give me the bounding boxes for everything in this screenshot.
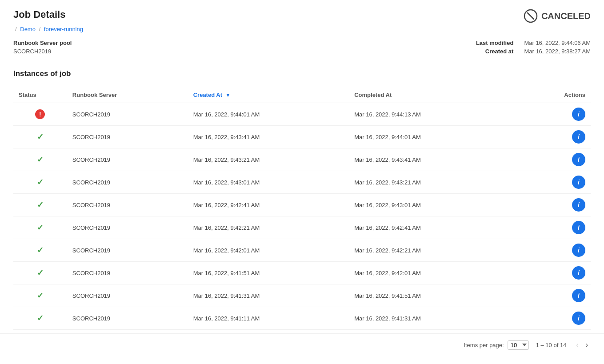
success-icon: ✓ <box>37 314 44 323</box>
pagination-left: Items per page: 5102550 <box>464 340 528 350</box>
completed-at-cell: Mar 16, 2022, 9:43:41 AM <box>349 148 510 171</box>
completed-at-cell: Mar 16, 2022, 9:43:21 AM <box>349 171 510 194</box>
instances-table: Status Runbook Server Created At ▼ Compl… <box>13 87 591 330</box>
actions-cell: i <box>510 126 591 148</box>
status-cell: ✓ <box>13 239 67 262</box>
col-header-status: Status <box>13 87 67 103</box>
completed-at-cell: Mar 16, 2022, 9:41:31 AM <box>349 307 510 330</box>
runbook-server-cell: SCORCH2019 <box>67 171 188 194</box>
created-at-cell: Mar 16, 2022, 9:42:01 AM <box>188 239 349 262</box>
table-row: ✓SCORCH2019Mar 16, 2022, 9:42:21 AMMar 1… <box>13 216 591 239</box>
items-per-page-label: Items per page: <box>464 342 504 348</box>
page-title: Job Details <box>13 9 65 20</box>
prev-page-button[interactable]: ‹ <box>573 340 581 350</box>
error-icon: ! <box>35 109 45 119</box>
breadcrumb-sep2: / <box>39 26 42 32</box>
actions-cell: i <box>510 262 591 284</box>
actions-cell: i <box>510 216 591 239</box>
actions-cell: i <box>510 194 591 216</box>
completed-at-cell: Mar 16, 2022, 9:41:51 AM <box>349 284 510 307</box>
runbook-server-cell: SCORCH2019 <box>67 284 188 307</box>
completed-at-cell: Mar 16, 2022, 9:42:41 AM <box>349 216 510 239</box>
table-row: ✓SCORCH2019Mar 16, 2022, 9:43:01 AMMar 1… <box>13 171 591 194</box>
actions-cell: i <box>510 239 591 262</box>
info-button[interactable]: i <box>572 130 585 144</box>
created-at-cell: Mar 16, 2022, 9:41:51 AM <box>188 262 349 284</box>
info-button[interactable]: i <box>572 153 585 166</box>
completed-at-cell: Mar 16, 2022, 9:44:13 AM <box>349 103 510 126</box>
table-row: !SCORCH2019Mar 16, 2022, 9:44:01 AMMar 1… <box>13 103 591 126</box>
table-row: ✓SCORCH2019Mar 16, 2022, 9:42:41 AMMar 1… <box>13 194 591 216</box>
breadcrumb-demo[interactable]: Demo <box>20 26 36 32</box>
info-button[interactable]: i <box>572 244 585 257</box>
info-button[interactable]: i <box>572 176 585 189</box>
meta-section: Runbook Server pool SCORCH2019 Last modi… <box>13 40 591 55</box>
col-header-runbook: Runbook Server <box>67 87 188 103</box>
runbook-server-cell: SCORCH2019 <box>67 103 188 126</box>
runbook-server-cell: SCORCH2019 <box>67 126 188 148</box>
next-page-button[interactable]: › <box>583 340 591 350</box>
runbook-server-cell: SCORCH2019 <box>67 194 188 216</box>
runbook-server-pool-label: Runbook Server pool <box>13 40 72 46</box>
table-header-row: Status Runbook Server Created At ▼ Compl… <box>13 87 591 103</box>
success-icon: ✓ <box>37 155 44 164</box>
status-cell: ✓ <box>13 126 67 148</box>
status-cell: ✓ <box>13 194 67 216</box>
table-row: ✓SCORCH2019Mar 16, 2022, 9:42:01 AMMar 1… <box>13 239 591 262</box>
status-cell: ! <box>13 103 67 126</box>
status-cell: ✓ <box>13 262 67 284</box>
created-at-cell: Mar 16, 2022, 9:42:21 AM <box>188 216 349 239</box>
last-modified-value: Mar 16, 2022, 9:44:06 AM <box>524 40 591 46</box>
runbook-info: Runbook Server pool SCORCH2019 <box>13 40 72 55</box>
actions-cell: i <box>510 103 591 126</box>
runbook-server-cell: SCORCH2019 <box>67 148 188 171</box>
status-cell: ✓ <box>13 171 67 194</box>
status-cell: ✓ <box>13 148 67 171</box>
breadcrumb-separator: / <box>15 26 17 32</box>
svg-line-1 <box>528 13 534 19</box>
header-top: Job Details CANCELED <box>13 9 591 23</box>
created-at-cell: Mar 16, 2022, 9:43:41 AM <box>188 126 349 148</box>
header-section: Job Details CANCELED / Demo / forever-ru… <box>0 0 604 62</box>
col-header-completed: Completed At <box>349 87 510 103</box>
status-text: CANCELED <box>541 11 591 21</box>
completed-at-cell: Mar 16, 2022, 9:43:01 AM <box>349 194 510 216</box>
table-body: !SCORCH2019Mar 16, 2022, 9:44:01 AMMar 1… <box>13 103 591 330</box>
info-button[interactable]: i <box>572 289 585 302</box>
instances-title: Instances of job <box>13 69 591 78</box>
status-cell: ✓ <box>13 216 67 239</box>
completed-at-cell: Mar 16, 2022, 9:42:21 AM <box>349 239 510 262</box>
info-button[interactable]: i <box>572 312 585 325</box>
created-at-cell: Mar 16, 2022, 9:43:01 AM <box>188 171 349 194</box>
table-row: ✓SCORCH2019Mar 16, 2022, 9:41:51 AMMar 1… <box>13 262 591 284</box>
success-icon: ✓ <box>37 291 44 300</box>
items-per-page-select[interactable]: 5102550 <box>508 340 529 350</box>
pagination-range: 1 – 10 of 14 <box>536 342 567 348</box>
table-row: ✓SCORCH2019Mar 16, 2022, 9:43:21 AMMar 1… <box>13 148 591 171</box>
table-row: ✓SCORCH2019Mar 16, 2022, 9:41:11 AMMar 1… <box>13 307 591 330</box>
breadcrumb-forever-running[interactable]: forever-running <box>44 26 83 32</box>
created-at-label: Created at <box>476 48 514 55</box>
runbook-server-cell: SCORCH2019 <box>67 216 188 239</box>
actions-cell: i <box>510 148 591 171</box>
actions-cell: i <box>510 307 591 330</box>
col-header-created[interactable]: Created At ▼ <box>188 87 349 103</box>
pagination-bar: Items per page: 5102550 1 – 10 of 14 ‹ › <box>0 333 604 356</box>
info-button[interactable]: i <box>572 108 585 121</box>
created-at-cell: Mar 16, 2022, 9:42:41 AM <box>188 194 349 216</box>
canceled-icon <box>524 9 538 23</box>
status-badge: CANCELED <box>524 9 591 23</box>
info-button[interactable]: i <box>572 221 585 234</box>
info-button[interactable]: i <box>572 266 585 280</box>
runbook-server-pool-value: SCORCH2019 <box>13 48 72 55</box>
success-icon: ✓ <box>37 223 44 232</box>
completed-at-cell: Mar 16, 2022, 9:44:01 AM <box>349 126 510 148</box>
col-header-actions: Actions <box>510 87 591 103</box>
actions-cell: i <box>510 171 591 194</box>
created-at-cell: Mar 16, 2022, 9:44:01 AM <box>188 103 349 126</box>
status-cell: ✓ <box>13 307 67 330</box>
success-icon: ✓ <box>37 132 44 141</box>
info-button[interactable]: i <box>572 198 585 212</box>
table-row: ✓SCORCH2019Mar 16, 2022, 9:41:31 AMMar 1… <box>13 284 591 307</box>
table-row: ✓SCORCH2019Mar 16, 2022, 9:43:41 AMMar 1… <box>13 126 591 148</box>
